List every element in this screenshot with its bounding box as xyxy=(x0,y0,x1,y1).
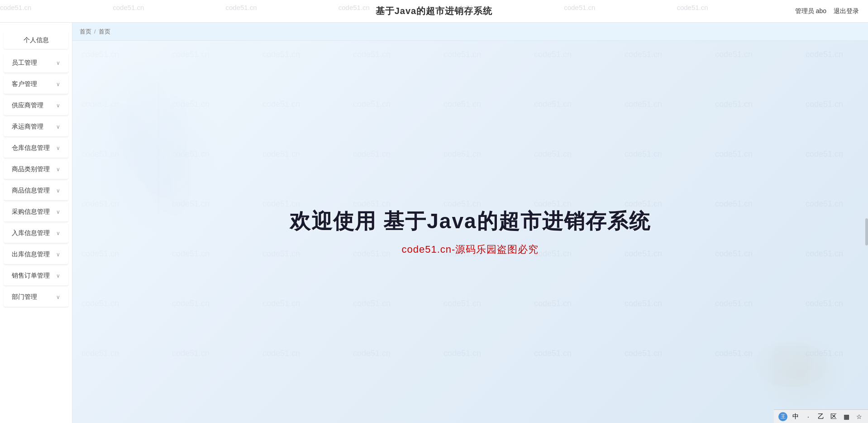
taskbar-icon-ime[interactable]: 中 xyxy=(791,412,800,421)
breadcrumb-home2[interactable]: 首页 xyxy=(99,28,110,36)
sidebar-item-sales[interactable]: 销售订单管理 ∨ xyxy=(4,266,68,286)
chevron-down-icon: ∨ xyxy=(56,166,60,173)
sidebar-item-purchase[interactable]: 采购信息管理 ∨ xyxy=(4,202,68,222)
sidebar-item-warehouse[interactable]: 仓库信息管理 ∨ xyxy=(4,139,68,158)
welcome-main-title: 欢迎使用 基于Java的超市进销存系统 xyxy=(290,207,650,236)
scrollbar[interactable] xyxy=(865,218,868,245)
chevron-down-icon: ∨ xyxy=(56,145,60,151)
header-watermark: code51.cn code51.cn code51.cn code51.cn … xyxy=(0,4,708,11)
welcome-banner: 欢迎使用 基于Java的超市进销存系统 code51.cn-源码乐园盗图必究 xyxy=(72,41,868,423)
header: code51.cn code51.cn code51.cn code51.cn … xyxy=(0,0,868,23)
chevron-down-icon: ∨ xyxy=(56,209,60,215)
chevron-down-icon: ∨ xyxy=(56,294,60,300)
sidebar-item-supplier[interactable]: 供应商管理 ∨ xyxy=(4,96,68,115)
main-content: 首页 / 首页 (function() { const wm = documen… xyxy=(72,23,868,423)
taskbar: 王 中 · 乙 区 ▦ ☆ xyxy=(774,409,868,423)
app-title: 基于Java的超市进销存系统 xyxy=(376,5,493,17)
sidebar-item-customer[interactable]: 客户管理 ∨ xyxy=(4,75,68,94)
sidebar-item-employee[interactable]: 员工管理 ∨ xyxy=(4,53,68,73)
breadcrumb-home1[interactable]: 首页 xyxy=(80,28,91,36)
chevron-down-icon: ∨ xyxy=(56,230,60,236)
chevron-down-icon: ∨ xyxy=(56,81,60,87)
logout-button[interactable]: 退出登录 xyxy=(834,7,859,15)
taskbar-icon-user: 王 xyxy=(778,412,787,421)
taskbar-icon-edit[interactable]: 乙 xyxy=(816,412,825,421)
taskbar-icon-region[interactable]: 区 xyxy=(829,412,838,421)
sidebar-item-goods[interactable]: 商品信息管理 ∨ xyxy=(4,181,68,201)
sidebar-item-outbound[interactable]: 出库信息管理 ∨ xyxy=(4,245,68,264)
main-layout: 个人信息 员工管理 ∨ 客户管理 ∨ 供应商管理 ∨ 承运商管理 ∨ 仓库信息管… xyxy=(0,23,868,423)
taskbar-icon-star[interactable]: ☆ xyxy=(854,412,863,421)
chevron-down-icon: ∨ xyxy=(56,251,60,258)
header-right: 管理员 abo 退出登录 xyxy=(795,7,859,15)
breadcrumb: 首页 / 首页 xyxy=(72,23,868,41)
chevron-down-icon: ∨ xyxy=(56,102,60,109)
taskbar-icon-dot: · xyxy=(804,412,813,421)
sidebar-item-carrier[interactable]: 承运商管理 ∨ xyxy=(4,117,68,137)
chevron-down-icon: ∨ xyxy=(56,124,60,130)
sidebar-item-category[interactable]: 商品类别管理 ∨ xyxy=(4,160,68,179)
welcome-text-block: 欢迎使用 基于Java的超市进销存系统 code51.cn-源码乐园盗图必究 xyxy=(290,207,650,256)
welcome-sub-title: code51.cn-源码乐园盗图必究 xyxy=(290,243,650,256)
chevron-down-icon: ∨ xyxy=(56,187,60,194)
sidebar-item-department[interactable]: 部门管理 ∨ xyxy=(4,288,68,307)
sidebar-item-inbound[interactable]: 入库信息管理 ∨ xyxy=(4,224,68,243)
breadcrumb-separator: / xyxy=(94,28,96,35)
chevron-down-icon: ∨ xyxy=(56,273,60,279)
content-area: (function() { const wm = document.queryS… xyxy=(72,41,868,423)
admin-label: 管理员 abo xyxy=(795,7,826,15)
chevron-down-icon: ∨ xyxy=(56,60,60,66)
sidebar-item-personal[interactable]: 个人信息 xyxy=(4,32,68,49)
taskbar-icon-grid[interactable]: ▦ xyxy=(842,412,851,421)
sidebar: 个人信息 员工管理 ∨ 客户管理 ∨ 供应商管理 ∨ 承运商管理 ∨ 仓库信息管… xyxy=(0,23,72,423)
